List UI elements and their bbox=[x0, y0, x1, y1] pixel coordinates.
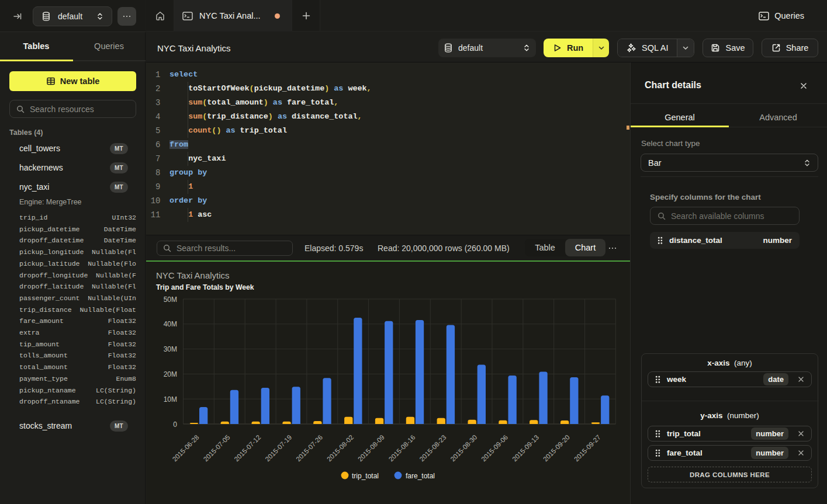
svg-text:2015-08-02: 2015-08-02 bbox=[326, 433, 355, 463]
svg-text:40M: 40M bbox=[164, 320, 177, 328]
svg-text:2015-08-16: 2015-08-16 bbox=[387, 433, 417, 463]
svg-text:50M: 50M bbox=[164, 296, 177, 304]
svg-text:trip_total: trip_total bbox=[352, 472, 379, 480]
svg-text:2015-09-13: 2015-09-13 bbox=[511, 433, 540, 463]
svg-text:2015-08-09: 2015-08-09 bbox=[357, 433, 386, 463]
svg-text:2015-08-30: 2015-08-30 bbox=[449, 433, 478, 463]
svg-text:NYC Taxi Analytics: NYC Taxi Analytics bbox=[156, 270, 230, 280]
svg-text:20M: 20M bbox=[164, 370, 177, 378]
svg-text:2015-08-23: 2015-08-23 bbox=[418, 433, 448, 463]
svg-text:2015-06-28: 2015-06-28 bbox=[171, 433, 200, 463]
svg-text:Trip and Fare Totals by Week: Trip and Fare Totals by Week bbox=[156, 283, 254, 291]
svg-text:2015-09-20: 2015-09-20 bbox=[542, 433, 571, 463]
svg-text:0: 0 bbox=[173, 420, 177, 429]
svg-text:2015-09-27: 2015-09-27 bbox=[573, 433, 602, 463]
svg-text:2015-07-19: 2015-07-19 bbox=[264, 433, 293, 463]
svg-text:2015-07-05: 2015-07-05 bbox=[202, 433, 231, 463]
svg-text:2015-09-06: 2015-09-06 bbox=[480, 433, 509, 463]
svg-text:2015-07-26: 2015-07-26 bbox=[295, 433, 324, 463]
svg-text:fare_total: fare_total bbox=[406, 472, 435, 480]
svg-text:30M: 30M bbox=[164, 345, 177, 353]
svg-text:2015-07-12: 2015-07-12 bbox=[233, 433, 262, 463]
svg-text:10M: 10M bbox=[164, 395, 177, 404]
